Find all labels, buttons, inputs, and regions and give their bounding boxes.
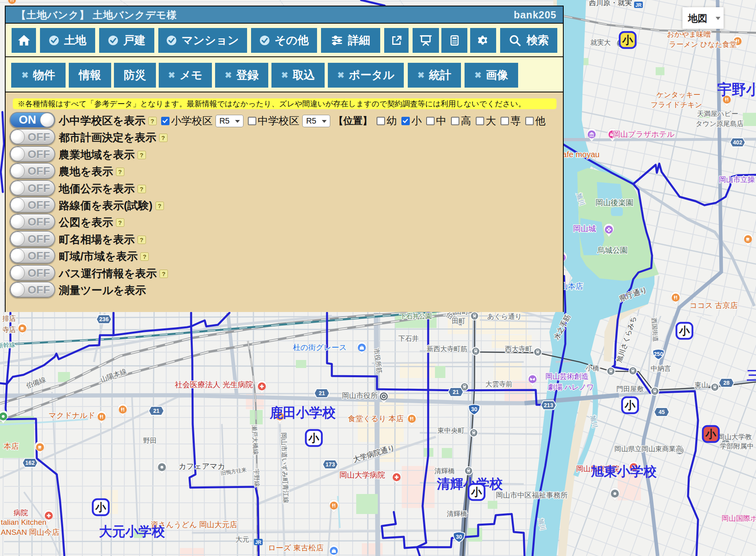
svg-text:劇場 ハレノワ: 劇場 ハレノワ [548, 383, 594, 391]
svg-text:宇野小: 宇野小 [717, 81, 756, 98]
svg-text:おかやま味噌: おかやま味噌 [667, 30, 711, 38]
svg-text:学部附属中: 学部附属中 [720, 442, 754, 450]
svg-text:ANSAN 岡山今店: ANSAN 岡山今店 [1, 528, 60, 536]
svg-text:岡山市立操: 岡山市立操 [719, 176, 755, 184]
svg-text:岡山大学教: 岡山大学教 [718, 433, 752, 441]
svg-text:西大寺町: 西大寺町 [505, 345, 532, 353]
svg-text:田町: 田町 [452, 317, 465, 325]
svg-text:大雲寺前: 大雲寺前 [485, 380, 513, 388]
svg-text:小: 小 [679, 325, 690, 337]
svg-text:大元: 大元 [235, 536, 249, 543]
svg-text:小: 小 [95, 502, 107, 514]
svg-text:岡山プラザホテル: 岡山プラザホテル [613, 130, 675, 138]
svg-text:岡山県立岡山東商業高: 岡山県立岡山東商業高 [614, 445, 682, 453]
svg-text:236: 236 [99, 316, 109, 322]
svg-text:小: 小 [624, 400, 636, 412]
svg-text:21: 21 [319, 390, 325, 396]
svg-text:173: 173 [325, 461, 335, 468]
svg-text:ケンタッキー: ケンタッキー [656, 91, 700, 99]
svg-text:野田: 野田 [143, 437, 157, 444]
svg-text:地図: 地図 [688, 13, 707, 24]
svg-text:山本店: 山本店 [561, 282, 583, 290]
svg-text:天満屋ハピー: 天満屋ハピー [697, 110, 738, 118]
svg-text:ローズ 東古松店: ローズ 東古松店 [268, 544, 323, 552]
svg-text:30: 30 [471, 406, 477, 412]
svg-text:岡山城: 岡山城 [573, 224, 596, 233]
svg-text:talian Kitchen: talian Kitchen [1, 518, 46, 526]
svg-text:病院: 病院 [14, 509, 28, 517]
svg-text:就実大: 就実大 [590, 39, 611, 46]
svg-text:中納言: 中納言 [651, 365, 671, 372]
svg-text:45: 45 [658, 409, 665, 415]
svg-text:213: 213 [544, 402, 553, 408]
svg-text:東山-: 東山- [694, 381, 710, 389]
svg-text:cafe moyau: cafe moyau [558, 150, 599, 159]
svg-text:21: 21 [153, 408, 160, 414]
svg-text:21: 21 [453, 389, 459, 395]
svg-text:新西大寺町筋: 新西大寺町筋 [427, 345, 467, 353]
svg-text:清輝橋: 清輝橋 [435, 467, 455, 475]
svg-text:宇野線: 宇野線 [253, 469, 261, 487]
svg-text:寺店: 寺店 [2, 326, 16, 334]
svg-text:小: 小 [471, 486, 483, 498]
svg-text:岡山市役所: 岡山市役所 [342, 392, 378, 400]
svg-text:162: 162 [25, 460, 35, 466]
svg-text:402: 402 [733, 139, 742, 146]
svg-text:岡山後楽園: 岡山後楽園 [596, 198, 634, 207]
svg-text:岡山市中区福祉事務所: 岡山市中区福祉事務所 [496, 491, 568, 499]
svg-text:ココス 古京店: ココス 古京店 [690, 301, 738, 310]
svg-text:社会医療法人 光生病院: 社会医療法人 光生病院 [175, 380, 253, 389]
svg-text:食堂くるり 本店: 食堂くるり 本店 [348, 414, 404, 423]
svg-text:小橋: 小橋 [585, 364, 599, 372]
svg-text:フライドチキン: フライドチキン [651, 101, 702, 109]
svg-text:東中央町: 東中央町 [437, 427, 465, 434]
svg-text:小: 小 [705, 428, 717, 440]
svg-text:排店: 排店 [2, 315, 16, 322]
svg-text:ラーメン ひなた食堂: ラーメン ひなた食堂 [669, 40, 737, 48]
svg-text:杜の街グレース: 杜の街グレース [293, 343, 347, 352]
svg-text:250: 250 [654, 351, 663, 357]
svg-text:下石井公園: 下石井公園 [400, 313, 432, 320]
svg-text:岡山大学病院: 岡山大学病院 [339, 471, 385, 479]
svg-text:JR: JR [255, 540, 261, 545]
svg-text:門田屋敷: 門田屋敷 [616, 385, 644, 393]
svg-text:岡山国際ホ: 岡山国際ホ [722, 514, 756, 522]
svg-text:JR: JR [635, 2, 642, 8]
svg-text:本店: 本店 [4, 442, 19, 450]
svg-text:西川原・就実: 西川原・就実 [589, 0, 632, 7]
svg-text:タウン原尾島店: タウン原尾島店 [696, 120, 744, 128]
svg-text:30: 30 [456, 534, 462, 540]
svg-text:下石井: 下石井 [399, 335, 419, 342]
svg-text:旭東小学校: 旭東小学校 [591, 464, 657, 479]
svg-text:小: 小 [622, 34, 634, 46]
svg-text:烏城公園: 烏城公園 [597, 246, 628, 254]
svg-text:カフェアマカ: カフェアマカ [179, 462, 225, 470]
svg-text:28: 28 [723, 380, 730, 386]
svg-text:あくら通り: あくら通り [487, 313, 522, 320]
svg-text:鹿田小学校: 鹿田小学校 [269, 405, 336, 420]
svg-text:三: 三 [747, 368, 756, 383]
svg-text:大元小学校: 大元小学校 [99, 524, 166, 539]
svg-text:小: 小 [308, 432, 320, 444]
svg-text:岡山芸術創造: 岡山芸術創造 [545, 372, 588, 380]
svg-text:マクドナルド: マクドナルド [49, 411, 96, 420]
svg-text:清輝橋: 清輝橋 [447, 510, 467, 518]
svg-text:新幹線: 新幹線 [0, 341, 16, 349]
